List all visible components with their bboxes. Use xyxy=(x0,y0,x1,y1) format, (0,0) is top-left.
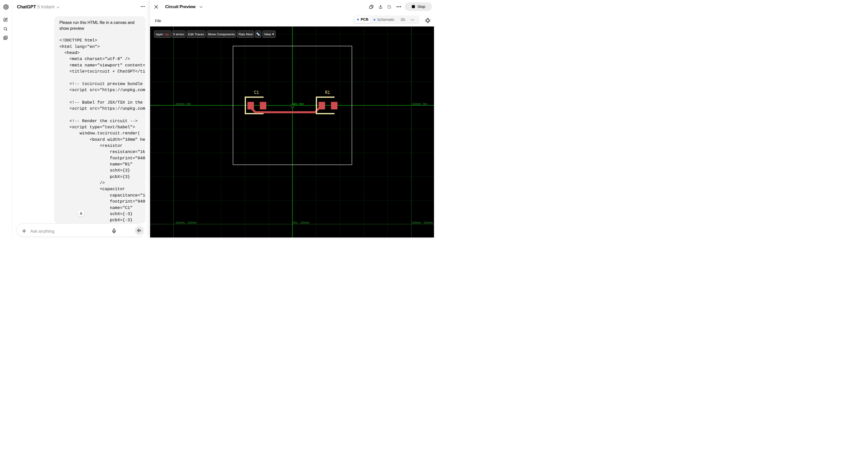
svg-text:Edit Traces: Edit Traces xyxy=(188,32,204,36)
svg-text:-10mm, -10mm: -10mm, -10mm xyxy=(174,220,196,224)
svg-text:-10mm, 0m: -10mm, 0m xyxy=(174,102,191,106)
svg-text:View: View xyxy=(264,32,271,36)
svg-text:0m, 0m: 0m, 0m xyxy=(293,102,304,106)
svg-text:Move Components: Move Components xyxy=(208,32,235,36)
svg-text:Rats Nest: Rats Nest xyxy=(239,32,253,36)
svg-text:10mm, -10mm: 10mm, -10mm xyxy=(411,220,432,224)
svg-text:R1: R1 xyxy=(325,89,330,95)
svg-text:C1: C1 xyxy=(254,89,259,95)
svg-text:0 errors: 0 errors xyxy=(173,32,184,36)
svg-text:layer: top: layer: top xyxy=(156,32,169,36)
svg-text:0m, -10mm: 0m, -10mm xyxy=(293,220,309,224)
svg-text:10mm, 0m: 10mm, 0m xyxy=(412,102,427,106)
